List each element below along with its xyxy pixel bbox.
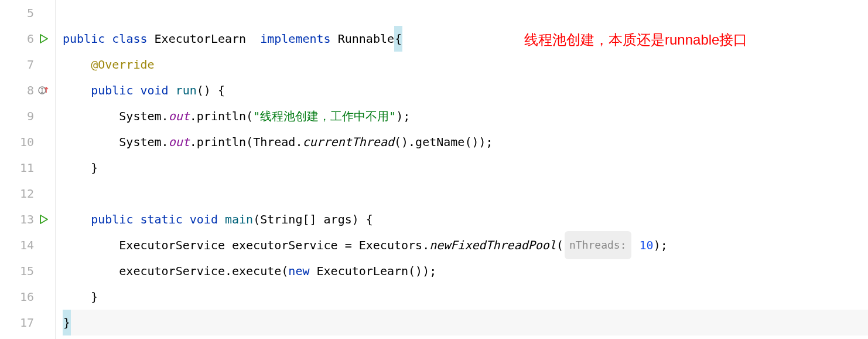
code-line[interactable]: @Override	[63, 52, 868, 77]
indent	[63, 258, 119, 284]
indent	[63, 52, 91, 77]
line-number: 9	[16, 109, 34, 123]
interface-name: Runnable	[338, 26, 394, 52]
paren-close: );	[396, 103, 410, 129]
keyword-new: new	[288, 258, 309, 284]
code-line[interactable]: }	[63, 284, 868, 310]
indent	[63, 232, 119, 258]
array-brackets: []	[302, 206, 323, 232]
number-literal: 10	[633, 232, 654, 258]
variable: executorService	[225, 232, 345, 258]
code-line[interactable]: ExecutorService executorService = Execut…	[63, 232, 868, 258]
line-number: 8	[16, 83, 34, 97]
gutter-row: 16	[0, 284, 55, 310]
code-line[interactable]	[63, 0, 868, 26]
keyword-class: class	[112, 26, 147, 52]
inlay-hint-nthreads: nThreads:	[565, 231, 631, 259]
dot: .	[162, 103, 169, 129]
keyword-public: public	[91, 77, 133, 103]
line-number: 12	[16, 187, 34, 201]
paren-open: (	[281, 258, 288, 284]
dot: .	[190, 129, 197, 155]
brace-close: }	[91, 284, 98, 310]
paren-open: (	[556, 232, 563, 258]
space	[105, 26, 112, 52]
line-number: 7	[16, 57, 34, 72]
class-executors: Executors	[359, 232, 422, 258]
code-area[interactable]: public class ExecutorLearn implements Ru…	[56, 0, 868, 339]
indent	[63, 206, 91, 232]
code-line[interactable]	[63, 335, 868, 339]
gutter-row: 15	[0, 258, 55, 284]
method-newfixedthreadpool: newFixedThreadPool	[429, 232, 556, 258]
gutter-row: 11	[0, 155, 55, 181]
run-icon[interactable]	[37, 33, 50, 44]
gutter-row: 18	[0, 335, 55, 339]
space	[133, 206, 140, 232]
gutter-row[interactable]: 6	[0, 26, 55, 52]
space	[218, 206, 225, 232]
paren-open: (	[253, 206, 260, 232]
space	[148, 26, 155, 52]
line-number: 14	[16, 238, 34, 252]
keyword-static: static	[140, 206, 182, 232]
brace-open: {	[394, 26, 402, 52]
line-number: 16	[16, 290, 34, 304]
dot: .	[295, 129, 302, 155]
implements-icon[interactable]: I	[37, 85, 50, 96]
space	[246, 26, 260, 52]
indent	[63, 155, 91, 181]
method-main: main	[225, 206, 253, 232]
class-name: ExecutorLearn	[155, 26, 247, 52]
indent	[63, 103, 119, 129]
keyword-public: public	[91, 206, 133, 232]
gutter-row: 12	[0, 181, 55, 206]
gutter-row: 10	[0, 129, 55, 155]
code-line[interactable]: System.out.println(Thread.currentThread(…	[63, 129, 868, 155]
line-number: 11	[16, 161, 34, 175]
method-currentthread: currentThread	[302, 129, 394, 155]
variable: executorService	[119, 258, 225, 284]
space	[183, 206, 190, 232]
space	[169, 77, 176, 103]
gutter-row: 14	[0, 232, 55, 258]
gutter: 5 6 7 8 I 9 10 11 12 13	[0, 0, 56, 339]
call: ());	[464, 129, 493, 155]
code-line[interactable]: System.out.println("线程池创建，工作中不用");	[63, 103, 868, 129]
gutter-row: 5	[0, 0, 55, 26]
paren-close: );	[654, 232, 668, 258]
gutter-row[interactable]: 8 I	[0, 77, 55, 103]
equals: =	[345, 232, 359, 258]
annotation-override: @Override	[91, 52, 154, 77]
gutter-row[interactable]: 13	[0, 206, 55, 232]
class-thread: Thread	[253, 129, 295, 155]
gutter-row: 9	[0, 103, 55, 129]
line-number: 6	[16, 32, 34, 46]
code-line[interactable]: }	[63, 155, 868, 181]
dot: .	[162, 129, 169, 155]
method-println: println	[197, 103, 246, 129]
gutter-row: 7	[0, 52, 55, 77]
code-line[interactable]: public void run() {	[63, 77, 868, 103]
string-literal: "线程池创建，工作中不用"	[253, 103, 396, 129]
paren-open: (	[246, 129, 253, 155]
code-line[interactable]: executorService.execute(new ExecutorLear…	[63, 258, 868, 284]
method-execute: execute	[232, 258, 281, 284]
space	[309, 258, 316, 284]
run-icon[interactable]	[37, 214, 50, 225]
parens: ()	[197, 77, 211, 103]
line-number: 15	[16, 264, 34, 278]
code-line-current[interactable]: }	[63, 310, 868, 335]
method-getname: getName	[415, 129, 464, 155]
space	[133, 77, 140, 103]
keyword-public: public	[63, 26, 105, 52]
dot: .	[190, 103, 197, 129]
paren-close: ) {	[352, 206, 373, 232]
field-out: out	[169, 129, 190, 155]
code-line[interactable]: public static void main(String[] args) {	[63, 206, 868, 232]
svg-marker-0	[40, 35, 47, 43]
code-line[interactable]	[63, 181, 868, 206]
line-number: 13	[16, 212, 34, 226]
brace: {	[211, 77, 225, 103]
class-executorservice: ExecutorService	[119, 232, 225, 258]
